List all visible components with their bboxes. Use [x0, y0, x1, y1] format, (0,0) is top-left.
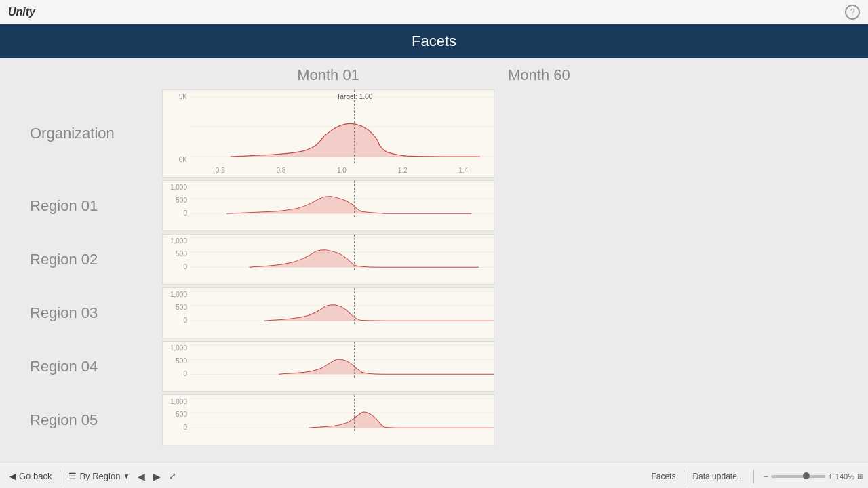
org-chart-svg	[190, 90, 494, 163]
separator-2	[684, 470, 684, 483]
month-60-label: Month 60	[508, 66, 570, 84]
main-content: Month 01 Month 60 Organization 5K 0K Tar…	[0, 58, 868, 464]
y-axis-region05: 1,000 500 0	[163, 395, 190, 431]
target-line-r05	[354, 395, 355, 431]
separator-3	[753, 470, 754, 483]
chart-plot-region04	[190, 342, 494, 378]
separator-1	[60, 470, 60, 483]
by-region-label: By Region	[79, 471, 120, 481]
target-line-r02	[354, 235, 355, 270]
chart-row-region02: Region 02 1,000 500 0	[30, 234, 838, 285]
chart-row-organization: Organization 5K 0K Target: 1.00	[30, 89, 838, 178]
y-axis-region04: 1,000 500 0	[163, 342, 190, 378]
y-axis-region03: 1,000 500 0	[163, 288, 190, 324]
page-title: Facets	[412, 33, 456, 50]
y-axis-org: 5K 0K	[163, 90, 190, 163]
expand-icon[interactable]: ⤢	[165, 470, 180, 483]
right-status: Facets Data update... − + 140% ⊞	[651, 470, 863, 483]
chevron-down-icon: ▼	[123, 472, 130, 480]
list-icon: ☰	[68, 471, 77, 481]
chart-region03: 1,000 500 0	[162, 287, 494, 338]
row-label-region04: Region 04	[30, 358, 162, 375]
zoom-area: − + 140% ⊞	[764, 472, 863, 481]
chart-row-region01: Region 01 1,000 500 0	[30, 180, 838, 231]
chart-region05: 1,000 500 0	[162, 394, 494, 445]
zoom-in-icon[interactable]: +	[828, 472, 833, 481]
zoom-value: 140%	[835, 472, 854, 481]
chart-plot-region01	[190, 181, 494, 217]
chart-row-region04: Region 04 1,000 500 0	[30, 341, 838, 392]
chart-region02: 1,000 500 0	[162, 234, 494, 285]
column-headers: Month 01 Month 60	[30, 58, 838, 89]
data-update-label: Data update...	[692, 472, 743, 481]
by-region-button[interactable]: ☰ By Region ▼	[64, 470, 134, 483]
x-axis-org: 0.6 0.8 1.0 1.2 1.4	[190, 163, 494, 177]
go-back-button[interactable]: ◀ Go back	[5, 470, 56, 483]
chart-plot-region02	[190, 235, 494, 270]
chart-plot-region05	[190, 395, 494, 431]
zoom-out-icon[interactable]: −	[764, 472, 768, 481]
row-label-region02: Region 02	[30, 251, 162, 268]
y-axis-region01: 1,000 500 0	[163, 181, 190, 217]
nav-prev-button[interactable]: ◀	[134, 470, 149, 483]
chart-row-region05: Region 05 1,000 500 0	[30, 394, 838, 445]
chart-region01: 1,000 500 0	[162, 180, 494, 231]
page-header: Facets	[0, 24, 868, 58]
charts-area: Organization 5K 0K Target: 1.00	[30, 89, 838, 464]
chart-plot-region03	[190, 288, 494, 324]
bottombar: ◀ Go back ☰ By Region ▼ ◀ ▶ ⤢ Facets Dat…	[0, 464, 868, 488]
row-label-organization: Organization	[30, 125, 162, 142]
help-icon[interactable]: ?	[845, 5, 860, 20]
app: Unity ? Facets Month 01 Month 60 Organiz…	[0, 0, 868, 488]
facets-status-label: Facets	[651, 472, 675, 481]
target-line-r03	[354, 288, 355, 324]
topbar: Unity ?	[0, 0, 868, 24]
chart-organization: 5K 0K Target: 1.00	[162, 89, 494, 178]
target-label-org: Target: 1.00	[337, 93, 373, 100]
chart-region04: 1,000 500 0	[162, 341, 494, 392]
zoom-thumb	[803, 472, 810, 479]
row-label-region01: Region 01	[30, 197, 162, 215]
go-back-label: Go back	[19, 471, 52, 481]
go-back-arrow-icon: ◀	[9, 471, 16, 481]
y-axis-region02: 1,000 500 0	[163, 235, 190, 270]
zoom-slider[interactable]	[771, 475, 825, 478]
target-line-r04	[354, 342, 355, 378]
unity-logo: Unity	[8, 6, 35, 18]
target-line-org: Target: 1.00	[354, 90, 355, 163]
target-line-r01	[354, 181, 355, 217]
chart-plot-org: Target: 1.00	[190, 90, 494, 163]
month-01-label: Month 01	[162, 66, 494, 84]
chart-row-region03: Region 03 1,000 500 0	[30, 287, 838, 338]
row-label-region05: Region 05	[30, 411, 162, 429]
nav-next-button[interactable]: ▶	[149, 470, 165, 483]
row-label-region03: Region 03	[30, 304, 162, 322]
zoom-reset-icon[interactable]: ⊞	[857, 472, 863, 480]
